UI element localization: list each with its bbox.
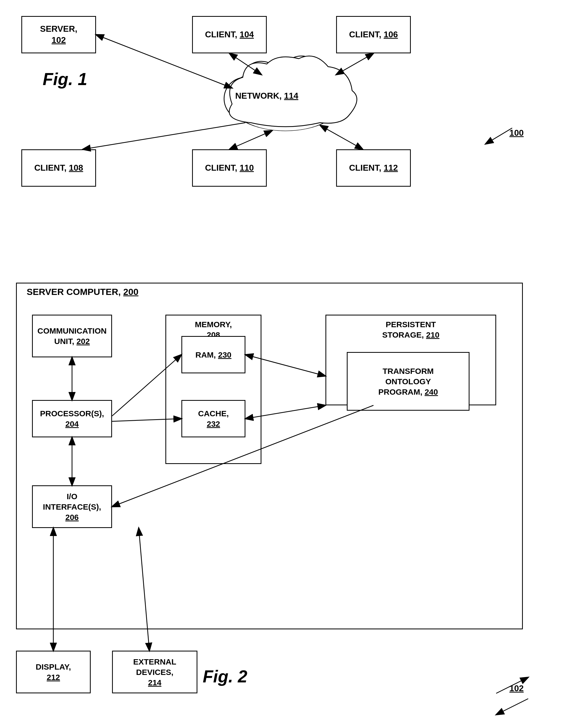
fig2-label: Fig. 2 (203, 667, 247, 686)
io-interface-206-box: I/OINTERFACE(S),206 (32, 485, 112, 528)
svg-point-9 (261, 80, 310, 128)
svg-point-7 (243, 61, 280, 99)
ext-devices-214-box: EXTERNALDEVICES,214 (112, 651, 197, 693)
svg-point-4 (227, 67, 344, 131)
cache-232-box: CACHE,232 (181, 400, 245, 437)
server-computer-label: SERVER COMPUTER, 200 (27, 287, 138, 297)
client-112-ref: 112 (384, 163, 398, 173)
client106-network-arrow (336, 53, 374, 75)
client-104-box: CLIENT, 104 (192, 16, 267, 53)
processor-ref: 204 (65, 419, 79, 428)
svg-point-8 (282, 56, 322, 96)
network-client108-arrow (83, 123, 245, 149)
comm-unit-202-box: COMMUNICATIONUNIT, 202 (32, 315, 112, 357)
client-110-ref: 110 (239, 163, 254, 173)
fig1-label: Fig. 1 (43, 69, 87, 89)
ref100-arrow (486, 128, 512, 144)
client-106-box: CLIENT, 106 (336, 16, 411, 53)
processor-204-box: PROCESSOR(S),204 (32, 400, 112, 437)
client-108-box: CLIENT, 108 (21, 149, 96, 187)
io-interface-ref: 206 (65, 513, 79, 522)
transform-240-box: TRANSFORMONTOLOGYPROGRAM, 240 (347, 352, 470, 411)
client-104-ref: 104 (239, 30, 254, 39)
client-106-ref: 106 (384, 30, 398, 39)
svg-point-6 (304, 77, 347, 120)
comm-unit-ref: 202 (77, 337, 90, 346)
ext-devices-ref: 214 (148, 678, 161, 687)
client-112-box: CLIENT, 112 (336, 149, 411, 187)
ram-230-box: RAM, 230 (181, 336, 245, 373)
server-102-ref: 102 (51, 35, 66, 45)
ram-ref: 230 (218, 350, 231, 359)
svg-point-5 (224, 77, 267, 120)
cache-ref: 232 (207, 419, 220, 428)
ref102-arrow1 (496, 699, 528, 715)
server-102-box: SERVER,102 (21, 16, 96, 53)
ref-100: 100 (510, 128, 524, 138)
network-client110-arrow (229, 131, 272, 149)
persistent-storage-ref: 210 (426, 330, 439, 339)
svg-point-10 (232, 77, 339, 131)
client104-network-arrow (229, 53, 261, 75)
network-client112-arrow (320, 125, 363, 149)
diagram-container: SERVER,102 CLIENT, 104 CLIENT, 106 CLIEN… (0, 0, 561, 728)
client-110-box: CLIENT, 110 (192, 149, 267, 187)
client-108-ref: 108 (69, 163, 83, 173)
transform-ref: 240 (425, 387, 438, 396)
network-label: NETWORK, 114 (235, 91, 299, 101)
network-cloud: NETWORK, 114 (224, 56, 357, 131)
display-ref: 212 (47, 673, 60, 682)
ref-102: 102 (510, 683, 524, 693)
display-212-box: DISPLAY,212 (16, 651, 91, 693)
server-computer-ref: 200 (123, 287, 138, 297)
